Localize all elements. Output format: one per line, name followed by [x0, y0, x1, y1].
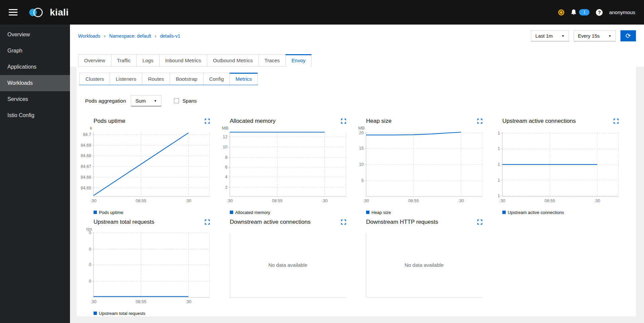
y-tick-label: 84.65 [81, 186, 91, 190]
legend-label: Heap size [371, 210, 391, 215]
x-tick-label: 08:55 [272, 199, 282, 203]
refresh-button[interactable]: ⟳ [620, 30, 636, 41]
charts-grid: Pods uptimek84.784.6984.6884.6784.6684.6… [78, 117, 636, 316]
chart-upstream-total-requests: Upstream total requestsrps0000:3008:55:3… [78, 218, 214, 316]
breadcrumb-link-workloads[interactable]: Workloads [78, 33, 100, 39]
chart-plot-downstream-active-connections: No data available [214, 226, 351, 310]
expand-chart-button-allocated-memory[interactable] [341, 118, 346, 124]
chart-title-heap-size: Heap size [366, 118, 392, 124]
help-icon[interactable]: ? [596, 9, 603, 16]
legend-label: Allocated memory [235, 210, 270, 215]
chart-plot-heap-size: MB2015105:3008:55:30 [351, 125, 487, 209]
subtab-metrics[interactable]: Metrics [229, 73, 258, 85]
main-content: Workloads›Namespace: default›details-v1 … [70, 25, 644, 323]
chart-plot-downstream-http-requests: No data available [351, 226, 487, 310]
chart-title-downstream-http-requests: Downstream HTTP requests [366, 219, 438, 225]
y-axis-unit: k [90, 125, 93, 131]
y-tick-label: 0 [89, 262, 91, 267]
expand-chart-button-heap-size[interactable] [477, 118, 482, 124]
breadcrumb-separator-icon: › [104, 33, 106, 39]
masthead-right: 1 ? anonymous [558, 9, 635, 16]
notifications-button[interactable]: 1 [571, 9, 589, 15]
y-tick-label: 1 [498, 162, 500, 167]
x-tick-label: 08:55 [544, 199, 555, 203]
workload-tabs: OverviewTrafficLogsInbound MetricsOutbou… [70, 44, 644, 67]
brand-text: kiali [50, 7, 69, 18]
legend-swatch-icon [230, 211, 233, 214]
expand-icon-glyph [613, 118, 619, 124]
chart-heap-size: Heap sizeMB2015105:3008:55:30Heap size [351, 117, 487, 215]
subtab-config[interactable]: Config [203, 73, 230, 85]
sidebar-item-applications[interactable]: Applications [0, 59, 70, 75]
envoy-metrics-card: ClustersListenersRoutesBootstrapConfigMe… [77, 67, 636, 316]
tab-logs[interactable]: Logs [136, 54, 159, 67]
y-tick-label: 8 [225, 155, 227, 160]
sidebar-item-istio-config[interactable]: Istio Config [0, 107, 70, 123]
tab-overview[interactable]: Overview [78, 54, 111, 67]
legend-label: Pods uptime [99, 210, 123, 215]
expand-chart-button-upstream-total-requests[interactable] [205, 219, 210, 225]
x-tick-label: :30 [185, 199, 191, 203]
sidebar-nav: OverviewGraphApplicationsWorkloadsServic… [0, 25, 70, 323]
x-tick-label: :30 [227, 199, 232, 203]
subtab-bootstrap[interactable]: Bootstrap [170, 73, 203, 85]
menu-toggle-icon[interactable] [9, 9, 17, 15]
chevron-down-icon: ▼ [562, 34, 565, 38]
chart-legend-heap-size[interactable]: Heap size [366, 209, 487, 215]
chart-legend-pods-uptime[interactable]: Pods uptime [94, 209, 214, 215]
bell-icon [571, 9, 577, 15]
breadcrumb: Workloads›Namespace: default›details-v1 [78, 33, 180, 39]
tab-inbound-metrics[interactable]: Inbound Metrics [159, 54, 207, 67]
chart-downstream-http-requests: Downstream HTTP requestsNo data availabl… [351, 218, 487, 316]
expand-chart-button-upstream-active-connections[interactable] [613, 118, 619, 124]
tab-outbound-metrics[interactable]: Outbound Metrics [207, 54, 259, 67]
subtab-listeners[interactable]: Listeners [110, 73, 142, 85]
tab-traces[interactable]: Traces [258, 54, 286, 67]
aggregation-value: Sum [136, 98, 146, 104]
y-tick-label: 1 [498, 131, 500, 136]
y-tick-label: 0 [89, 230, 91, 235]
aggregation-select[interactable]: Sum ▼ [131, 95, 162, 106]
chart-legend-allocated-memory[interactable]: Allocated memory [230, 209, 351, 215]
mesh-status-icon[interactable] [558, 9, 564, 15]
expand-chart-button-downstream-active-connections[interactable] [341, 219, 346, 225]
breadcrumb-link-namespace-default[interactable]: Namespace: default [109, 33, 151, 39]
refresh-interval-select[interactable]: Every 15s ▼ [574, 30, 616, 41]
kiali-brand[interactable]: kiali [28, 7, 69, 18]
expand-icon-glyph [205, 118, 210, 124]
chart-title-upstream-total-requests: Upstream total requests [94, 219, 154, 225]
expand-icon-glyph [477, 118, 482, 124]
chart-head: Downstream HTTP requests [351, 218, 487, 226]
expand-chart-button-pods-uptime[interactable] [205, 118, 210, 124]
sidebar-item-services[interactable]: Services [0, 91, 70, 107]
chart-legend-upstream-active-connections[interactable]: Upstream active connections [502, 209, 623, 215]
spans-checkbox[interactable] [174, 98, 179, 103]
chart-title-pods-uptime: Pods uptime [94, 118, 126, 124]
sidebar-item-workloads[interactable]: Workloads [0, 75, 70, 91]
chart-plot-allocated-memory: MB12108642:3008:55:30 [214, 125, 351, 209]
chart-allocated-memory: Allocated memoryMB12108642:3008:55:30All… [214, 117, 351, 215]
expand-icon-glyph [341, 118, 346, 124]
chart-head: Upstream active connections [487, 117, 623, 125]
tab-traffic[interactable]: Traffic [111, 54, 137, 67]
chart-downstream-active-connections: Downstream active connectionsNo data ava… [214, 218, 351, 316]
no-data-label: No data available [269, 262, 308, 268]
subtab-clusters[interactable]: Clusters [79, 73, 110, 85]
y-tick-label: 84.67 [81, 164, 91, 169]
chart-legend-upstream-total-requests[interactable]: Upstream total requests [94, 310, 214, 316]
chart-upstream-active-connections: Upstream active connections11111:3008:55… [487, 117, 623, 215]
chart-head: Pods uptime [78, 117, 214, 125]
x-tick-label: :30 [499, 199, 505, 203]
breadcrumb-link-details-v1[interactable]: details-v1 [160, 33, 180, 39]
expand-chart-button-downstream-http-requests[interactable] [477, 219, 482, 225]
y-tick-label: 6 [225, 165, 227, 170]
subtab-routes[interactable]: Routes [142, 73, 170, 85]
sidebar-item-overview[interactable]: Overview [0, 27, 70, 43]
duration-select[interactable]: Last 1m ▼ [531, 30, 569, 41]
y-tick-label: 10 [359, 162, 364, 167]
user-menu[interactable]: anonymous [609, 9, 635, 15]
y-tick-label: 84.68 [81, 153, 91, 158]
tab-envoy[interactable]: Envoy [285, 54, 312, 67]
chart-pods-uptime: Pods uptimek84.784.6984.6884.6784.6684.6… [78, 117, 214, 215]
sidebar-item-graph[interactable]: Graph [0, 43, 70, 59]
